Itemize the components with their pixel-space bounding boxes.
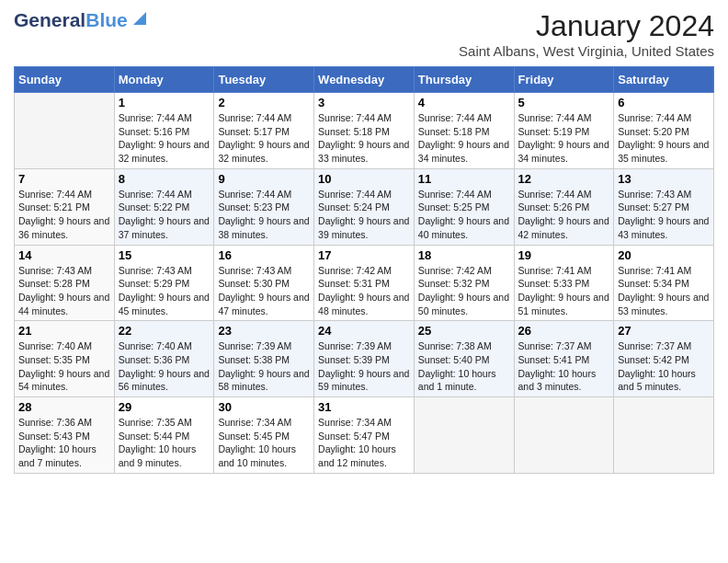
day-info: Sunrise: 7:43 AMSunset: 5:29 PMDaylight:…: [119, 264, 210, 318]
day-number: 11: [418, 172, 510, 186]
calendar-cell: 25Sunrise: 7:38 AMSunset: 5:40 PMDayligh…: [414, 321, 514, 397]
day-info: Sunrise: 7:44 AMSunset: 5:20 PMDaylight:…: [618, 111, 710, 166]
day-number: 13: [618, 172, 710, 186]
calendar-cell: 7Sunrise: 7:44 AMSunset: 5:21 PMDaylight…: [15, 168, 115, 245]
day-info: Sunrise: 7:42 AMSunset: 5:32 PMDaylight:…: [418, 264, 510, 318]
day-number: 10: [318, 172, 410, 186]
calendar-cell: 28Sunrise: 7:36 AMSunset: 5:43 PMDayligh…: [15, 397, 115, 474]
header-friday: Friday: [514, 67, 614, 93]
calendar-cell: 3Sunrise: 7:44 AMSunset: 5:18 PMDaylight…: [314, 93, 415, 169]
header-tuesday: Tuesday: [214, 67, 314, 93]
day-info: Sunrise: 7:35 AMSunset: 5:44 PMDaylight:…: [119, 416, 210, 470]
header-sunday: Sunday: [15, 67, 115, 93]
day-number: 20: [618, 248, 710, 262]
day-info: Sunrise: 7:37 AMSunset: 5:41 PMDaylight:…: [518, 339, 610, 394]
day-info: Sunrise: 7:43 AMSunset: 5:27 PMDaylight:…: [618, 188, 710, 242]
day-number: 17: [318, 248, 410, 262]
calendar-cell: 21Sunrise: 7:40 AMSunset: 5:35 PMDayligh…: [15, 321, 115, 397]
day-info: Sunrise: 7:44 AMSunset: 5:18 PMDaylight:…: [418, 111, 510, 166]
day-number: 29: [119, 400, 210, 414]
day-info: Sunrise: 7:44 AMSunset: 5:23 PMDaylight:…: [218, 188, 310, 242]
day-info: Sunrise: 7:44 AMSunset: 5:25 PMDaylight:…: [418, 188, 510, 242]
calendar-cell: [414, 397, 514, 474]
logo-blue-text: Blue: [85, 9, 128, 31]
day-number: 5: [518, 96, 610, 109]
header-wednesday: Wednesday: [314, 67, 415, 93]
page-subtitle: Saint Albans, West Virginia, United Stat…: [459, 43, 714, 59]
calendar-week-row: 1Sunrise: 7:44 AMSunset: 5:16 PMDaylight…: [15, 93, 714, 169]
day-number: 31: [318, 400, 410, 414]
day-number: 7: [18, 172, 110, 186]
calendar-cell: 4Sunrise: 7:44 AMSunset: 5:18 PMDaylight…: [414, 93, 514, 169]
day-number: 22: [119, 324, 210, 338]
calendar-cell: 20Sunrise: 7:41 AMSunset: 5:34 PMDayligh…: [614, 245, 714, 321]
day-number: 15: [119, 248, 210, 262]
calendar-cell: 23Sunrise: 7:39 AMSunset: 5:38 PMDayligh…: [214, 321, 314, 397]
day-number: 14: [18, 248, 110, 262]
calendar-cell: 15Sunrise: 7:43 AMSunset: 5:29 PMDayligh…: [114, 245, 214, 321]
day-info: Sunrise: 7:39 AMSunset: 5:39 PMDaylight:…: [318, 339, 410, 394]
calendar-cell: 9Sunrise: 7:44 AMSunset: 5:23 PMDaylight…: [214, 168, 314, 245]
calendar-cell: [15, 93, 115, 169]
calendar-cell: 6Sunrise: 7:44 AMSunset: 5:20 PMDaylight…: [614, 93, 714, 169]
calendar-cell: 10Sunrise: 7:44 AMSunset: 5:24 PMDayligh…: [314, 168, 415, 245]
day-number: 28: [18, 400, 110, 414]
day-number: 27: [618, 324, 710, 338]
day-info: Sunrise: 7:42 AMSunset: 5:31 PMDaylight:…: [318, 264, 410, 318]
calendar-cell: 2Sunrise: 7:44 AMSunset: 5:17 PMDaylight…: [214, 93, 314, 169]
calendar-cell: 14Sunrise: 7:43 AMSunset: 5:28 PMDayligh…: [15, 245, 115, 321]
day-info: Sunrise: 7:43 AMSunset: 5:28 PMDaylight:…: [18, 264, 110, 318]
day-info: Sunrise: 7:36 AMSunset: 5:43 PMDaylight:…: [18, 416, 110, 470]
calendar-cell: 8Sunrise: 7:44 AMSunset: 5:22 PMDaylight…: [114, 168, 214, 245]
calendar-cell: 30Sunrise: 7:34 AMSunset: 5:45 PMDayligh…: [214, 397, 314, 474]
calendar-cell: [614, 397, 714, 474]
day-number: 3: [318, 96, 410, 109]
calendar-cell: 27Sunrise: 7:37 AMSunset: 5:42 PMDayligh…: [614, 321, 714, 397]
day-number: 30: [218, 400, 310, 414]
day-number: 6: [618, 96, 710, 109]
day-info: Sunrise: 7:37 AMSunset: 5:42 PMDaylight:…: [618, 339, 710, 394]
calendar-header: Sunday Monday Tuesday Wednesday Thursday…: [15, 67, 714, 93]
logo-triangle-icon: [130, 8, 150, 29]
day-info: Sunrise: 7:44 AMSunset: 5:16 PMDaylight:…: [119, 111, 210, 166]
day-number: 9: [218, 172, 310, 186]
day-number: 19: [518, 248, 610, 262]
calendar-week-row: 21Sunrise: 7:40 AMSunset: 5:35 PMDayligh…: [15, 321, 714, 397]
day-info: Sunrise: 7:39 AMSunset: 5:38 PMDaylight:…: [218, 339, 310, 394]
day-number: 4: [418, 96, 510, 109]
day-info: Sunrise: 7:44 AMSunset: 5:19 PMDaylight:…: [518, 111, 610, 166]
day-info: Sunrise: 7:44 AMSunset: 5:17 PMDaylight:…: [218, 111, 310, 166]
logo: General Blue: [14, 9, 150, 31]
day-info: Sunrise: 7:40 AMSunset: 5:35 PMDaylight:…: [18, 339, 110, 394]
calendar-week-row: 14Sunrise: 7:43 AMSunset: 5:28 PMDayligh…: [15, 245, 714, 321]
day-info: Sunrise: 7:44 AMSunset: 5:24 PMDaylight:…: [318, 188, 410, 242]
day-number: 16: [218, 248, 310, 262]
day-number: 1: [119, 96, 210, 109]
weekday-header-row: Sunday Monday Tuesday Wednesday Thursday…: [15, 67, 714, 93]
day-info: Sunrise: 7:44 AMSunset: 5:22 PMDaylight:…: [119, 188, 210, 242]
day-info: Sunrise: 7:34 AMSunset: 5:47 PMDaylight:…: [318, 416, 410, 470]
calendar-cell: 16Sunrise: 7:43 AMSunset: 5:30 PMDayligh…: [214, 245, 314, 321]
calendar-cell: 12Sunrise: 7:44 AMSunset: 5:26 PMDayligh…: [514, 168, 614, 245]
day-number: 12: [518, 172, 610, 186]
day-number: 8: [119, 172, 210, 186]
day-number: 23: [218, 324, 310, 338]
header-monday: Monday: [114, 67, 214, 93]
day-info: Sunrise: 7:44 AMSunset: 5:26 PMDaylight:…: [518, 188, 610, 242]
calendar-cell: 18Sunrise: 7:42 AMSunset: 5:32 PMDayligh…: [414, 245, 514, 321]
day-info: Sunrise: 7:41 AMSunset: 5:34 PMDaylight:…: [618, 264, 710, 318]
day-info: Sunrise: 7:38 AMSunset: 5:40 PMDaylight:…: [418, 339, 510, 394]
page-header: General Blue January 2024 Saint Albans, …: [14, 9, 714, 59]
svg-marker-0: [133, 12, 146, 25]
calendar-cell: 29Sunrise: 7:35 AMSunset: 5:44 PMDayligh…: [114, 397, 214, 474]
calendar-week-row: 7Sunrise: 7:44 AMSunset: 5:21 PMDaylight…: [15, 168, 714, 245]
day-number: 24: [318, 324, 410, 338]
header-thursday: Thursday: [414, 67, 514, 93]
calendar-cell: 5Sunrise: 7:44 AMSunset: 5:19 PMDaylight…: [514, 93, 614, 169]
day-info: Sunrise: 7:41 AMSunset: 5:33 PMDaylight:…: [518, 264, 610, 318]
calendar-cell: 19Sunrise: 7:41 AMSunset: 5:33 PMDayligh…: [514, 245, 614, 321]
calendar-body: 1Sunrise: 7:44 AMSunset: 5:16 PMDaylight…: [15, 93, 714, 474]
day-number: 18: [418, 248, 510, 262]
logo-general-text: General: [14, 9, 85, 31]
calendar-table: Sunday Monday Tuesday Wednesday Thursday…: [14, 66, 714, 474]
